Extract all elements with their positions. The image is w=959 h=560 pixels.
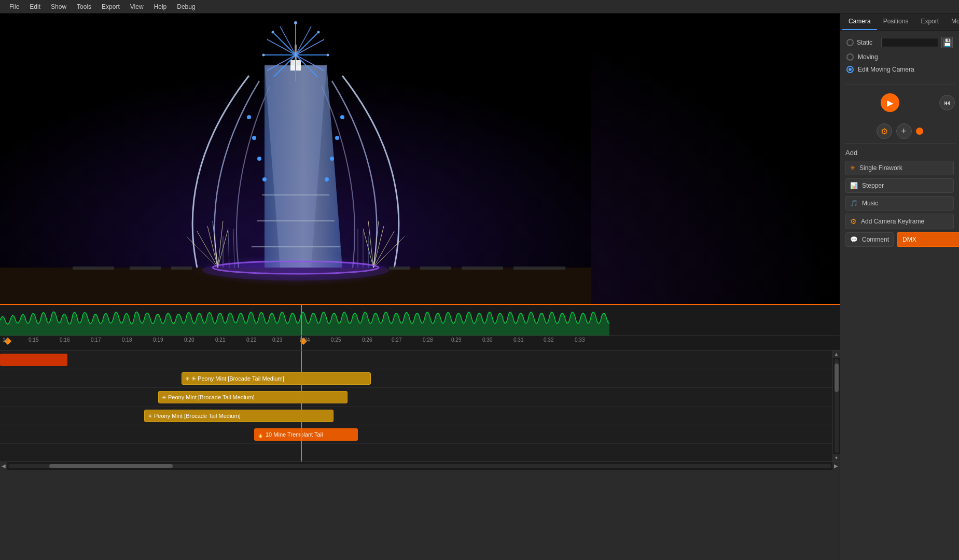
menubar: File Edit Show Tools Export View Help De… (0, 0, 959, 13)
tab-export[interactable]: Export (914, 13, 945, 30)
menu-show[interactable]: Show (46, 2, 72, 11)
camera-options: Static 💾 Moving Edit Moving Camera (840, 31, 959, 85)
moving-radio[interactable] (846, 53, 854, 61)
svg-rect-60 (171, 267, 192, 270)
comment-dmx-row: 💬 Comment DMX (845, 232, 954, 250)
main-layout: 14 0:15 0:16 0:17 0:18 0:19 0:20 0:21 0:… (0, 13, 959, 560)
playhead (301, 336, 302, 350)
edit-moving-label: Edit Moving Camera (858, 66, 914, 73)
edit-moving-radio[interactable] (846, 66, 854, 73)
clip-1[interactable] (0, 354, 67, 366)
play-button[interactable]: ▶ (881, 93, 899, 112)
tab-modules[interactable]: Modules (945, 13, 959, 30)
svg-point-32 (335, 136, 339, 140)
vscroll-track[interactable] (835, 359, 839, 453)
svg-point-29 (257, 157, 261, 161)
time-033: 0:33 (575, 337, 585, 343)
svg-rect-63 (462, 267, 503, 270)
vscroll-up[interactable]: ▲ (833, 351, 840, 358)
tracks-container[interactable]: ✳ ✳ Peony Mint [Brocade Tail Medium] ✳ P… (0, 351, 832, 461)
scroll-left-btn[interactable]: ◀ (0, 462, 7, 470)
add-music-btn[interactable]: 🎵 Music (845, 196, 954, 211)
clip-2[interactable]: ✳ ✳ Peony Mint [Brocade Tail Medium] (182, 372, 371, 385)
clip-4-icon: ✳ (148, 413, 152, 419)
svg-rect-61 (389, 267, 410, 270)
time-019: 0:19 (153, 337, 163, 343)
add-single-firework-btn[interactable]: ✳ Single Firework (845, 161, 954, 175)
static-input[interactable] (881, 38, 938, 47)
settings-row: ⚙ + (844, 123, 955, 139)
moving-label: Moving (858, 53, 878, 61)
svg-rect-62 (420, 267, 451, 270)
music-icon: 🎵 (850, 200, 858, 207)
time-028: 0:28 (423, 337, 433, 343)
tab-camera[interactable]: Camera (842, 13, 877, 30)
menu-help[interactable]: Help (149, 2, 172, 11)
menu-export[interactable]: Export (96, 2, 125, 11)
time-016: 0:16 (60, 337, 70, 343)
menu-debug[interactable]: Debug (172, 2, 200, 11)
add-dmx-btn[interactable]: DMX (897, 232, 959, 247)
svg-rect-58 (73, 267, 114, 270)
time-020: 0:20 (184, 337, 194, 343)
settings-button[interactable]: ⚙ (877, 123, 892, 139)
track-row-2: ✳ ✳ Peony Mint [Brocade Tail Medium] (0, 369, 832, 388)
clip-4[interactable]: ✳ Peony Mint [Brocade Tail Medium] (144, 410, 333, 422)
save-static-btn[interactable]: 💾 (941, 37, 953, 48)
svg-point-34 (325, 177, 329, 181)
svg-point-33 (330, 157, 334, 161)
3d-viewport[interactable] (0, 13, 840, 304)
add-camera-keyframe-btn[interactable]: ⚙ Add Camera Keyframe (845, 214, 954, 229)
time-026: 0:26 (362, 337, 372, 343)
scroll-track[interactable] (8, 464, 831, 468)
time-030: 0:30 (482, 337, 492, 343)
timeline-area: 14 0:15 0:16 0:17 0:18 0:19 0:20 0:21 0:… (0, 304, 840, 470)
static-label: Static (857, 39, 872, 46)
menu-file[interactable]: File (4, 2, 24, 11)
right-panel: Camera Positions Export Modules Static 💾… (840, 13, 959, 560)
scroll-right-btn[interactable]: ▶ (832, 462, 840, 470)
svg-point-30 (262, 177, 267, 181)
svg-point-27 (247, 115, 251, 119)
time-029: 0:29 (451, 337, 461, 343)
camera-keyframe-icon: ⚙ (850, 217, 857, 226)
add-stepper-btn[interactable]: 📊 Stepper (845, 178, 954, 193)
time-031: 0:31 (513, 337, 523, 343)
clip-3[interactable]: ✳ Peony Mint [Brocade Tail Medium] (158, 391, 348, 403)
svg-point-31 (340, 115, 344, 119)
horizontal-scrollbar[interactable]: ◀ ▶ (0, 461, 840, 470)
clip-5-icon: 🔥 (257, 432, 263, 438)
transport-row: ▶ ⏮ (844, 89, 955, 116)
tracks-playhead (301, 351, 302, 461)
plus-button[interactable]: + (896, 123, 912, 139)
viewport-area: 14 0:15 0:16 0:17 0:18 0:19 0:20 0:21 0:… (0, 13, 840, 560)
scene-svg (0, 13, 591, 304)
svg-point-22 (294, 21, 297, 24)
transport-panel: ▶ ⏮ ⚙ + (840, 85, 959, 143)
clip-5-label: 10 Mine Tremolant Tail (266, 431, 323, 438)
stepper-label: Stepper (862, 182, 884, 189)
menu-view[interactable]: View (125, 2, 149, 11)
time-032: 0:32 (544, 337, 553, 343)
vscroll-down[interactable]: ▼ (833, 454, 840, 461)
rewind-button[interactable]: ⏮ (939, 95, 955, 110)
static-radio[interactable] (846, 39, 854, 46)
time-025: 0:25 (331, 337, 341, 343)
clip-4-label: Peony Mint [Brocade Tail Medium] (154, 413, 241, 419)
menu-edit[interactable]: Edit (24, 2, 46, 11)
waveform-bar (0, 305, 840, 336)
tab-positions[interactable]: Positions (877, 13, 915, 30)
comment-label: Comment (862, 236, 889, 243)
svg-point-54 (213, 261, 379, 274)
menu-tools[interactable]: Tools (72, 2, 96, 11)
vertical-scrollbar[interactable]: ▲ ▼ (832, 351, 840, 461)
single-firework-icon: ✳ (850, 164, 855, 172)
vscroll-thumb (835, 363, 839, 392)
add-comment-btn[interactable]: 💬 Comment (845, 232, 894, 247)
time-015: 0:15 (29, 337, 38, 343)
svg-point-23 (317, 31, 320, 34)
time-027: 0:27 (392, 337, 401, 343)
single-firework-label: Single Firework (859, 164, 902, 172)
time-ruler[interactable]: 14 0:15 0:16 0:17 0:18 0:19 0:20 0:21 0:… (0, 336, 840, 351)
clip-5[interactable]: 🔥 10 Mine Tremolant Tail (254, 428, 358, 441)
